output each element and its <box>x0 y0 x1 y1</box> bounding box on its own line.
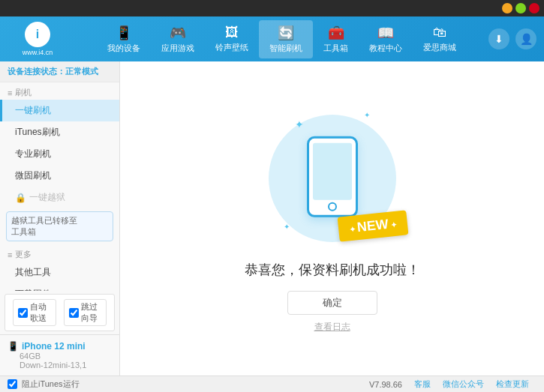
header: i www.i4.cn 📱 我的设备 🎮 应用游戏 🖼 铃声壁纸 🔄 智能刷机 … <box>0 16 544 61</box>
sidebar-item-pro-flash[interactable]: 专业刷机 <box>0 143 119 165</box>
sidebar-item-micro-flash[interactable]: 微固刷机 <box>0 165 119 187</box>
confirm-button[interactable]: 确定 <box>287 291 377 315</box>
nav-shop-label: 爱思商城 <box>423 42 456 53</box>
shop-icon: 🛍 <box>433 25 446 40</box>
logo-icon: i <box>25 22 50 47</box>
update-link[interactable]: 检查更新 <box>496 379 529 390</box>
device-name: 📱 iPhone 12 mini <box>8 341 112 352</box>
section-more: ≡ 更多 <box>0 244 119 262</box>
minimize-button[interactable] <box>502 3 512 13</box>
more-section-icon: ≡ <box>8 250 12 259</box>
device-storage: 64GB <box>8 352 112 361</box>
sparkle-bottom-left: ✦ <box>284 223 290 231</box>
sparkle-top-left: ✦ <box>295 118 304 130</box>
logo-area[interactable]: i www.i4.cn <box>8 22 68 56</box>
wechat-link[interactable]: 微信公众号 <box>443 379 484 390</box>
jailbreak-label: 一键越狱 <box>29 191 65 204</box>
skip-wizard-input[interactable] <box>69 308 79 318</box>
device-version: Down-12mini-13,1 <box>8 361 112 370</box>
nav-smart-flash[interactable]: 🔄 智能刷机 <box>259 20 313 58</box>
nav-toolbox[interactable]: 🧰 工具箱 <box>313 20 359 58</box>
nav-app-game-label: 应用游戏 <box>161 43 194 54</box>
block-itunes-checkbox[interactable] <box>8 379 17 389</box>
nav-bar: 📱 我的设备 🎮 应用游戏 🖼 铃声壁纸 🔄 智能刷机 🧰 工具箱 📖 教程中心… <box>75 20 488 58</box>
sidebar-item-jailbreak: 🔒 一键越狱 <box>0 187 119 208</box>
nav-shop[interactable]: 🛍 爱思商城 <box>413 20 467 58</box>
sidebar-item-other-tools[interactable]: 其他工具 <box>0 262 119 283</box>
device-name-text: iPhone 12 mini <box>22 341 86 352</box>
phone-screen <box>313 143 352 200</box>
header-right-buttons: ⬇ 👤 <box>488 28 536 49</box>
logo-url: www.i4.cn <box>23 49 53 56</box>
lock-icon: 🔒 <box>15 193 26 203</box>
statusbar-center: V7.98.66 客服 微信公众号 检查更新 <box>128 379 536 390</box>
auto-deliver-input[interactable] <box>18 308 28 318</box>
close-button[interactable] <box>529 3 539 13</box>
nav-tutorial[interactable]: 📖 教程中心 <box>359 20 413 58</box>
more-section-label: 更多 <box>15 249 32 260</box>
title-bar <box>0 0 544 16</box>
version-text: V7.98.66 <box>369 380 402 389</box>
nav-my-device[interactable]: 📱 我的设备 <box>97 20 151 58</box>
review-log-link[interactable]: 查看日志 <box>314 321 350 334</box>
main-content: ✦ ✦ ✦ ✦ NEW ✦ 恭喜您，保资料刷机成功啦！ 确定 查看日志 <box>120 61 544 376</box>
nav-app-game[interactable]: 🎮 应用游戏 <box>151 20 205 58</box>
skip-wizard-label: 跳过向导 <box>81 301 102 324</box>
tutorial-icon: 📖 <box>377 25 394 41</box>
maximize-button[interactable] <box>515 3 526 13</box>
download-firmware-label: 下载固件 <box>15 288 51 291</box>
nav-tutorial-label: 教程中心 <box>369 43 402 54</box>
phone-shape <box>307 136 358 217</box>
sidebar: 设备连接状态：正常模式 ≡ 刷机 一键刷机 iTunes刷机 专业刷机 微固刷机 <box>0 61 120 376</box>
itunes-flash-label: iTunes刷机 <box>15 126 60 139</box>
nav-smart-flash-label: 智能刷机 <box>269 43 302 54</box>
download-button[interactable]: ⬇ <box>488 28 509 49</box>
checkbox-area: 自动歌送 跳过向导 <box>5 294 115 331</box>
phone-home-button <box>328 202 337 211</box>
my-device-icon: 📱 <box>116 25 132 41</box>
smart-flash-icon: 🔄 <box>278 25 294 41</box>
pro-flash-label: 专业刷机 <box>15 148 51 160</box>
auto-deliver-checkbox[interactable]: 自动歌送 <box>13 299 56 326</box>
status-bar: 阻止iTunes运行 V7.98.66 客服 微信公众号 检查更新 <box>0 376 544 392</box>
flash-section-label: 刷机 <box>15 87 32 98</box>
jailbreak-notice: 越狱工具已转移至工具箱 <box>6 211 113 241</box>
phone-container <box>307 136 358 217</box>
success-message: 恭喜您，保资料刷机成功啦！ <box>245 261 420 279</box>
device-info: 📱 iPhone 12 mini 64GB Down-12mini-13,1 <box>0 334 119 376</box>
sparkle-top-right: ✦ <box>364 111 370 119</box>
skip-wizard-checkbox[interactable]: 跳过向导 <box>64 299 107 326</box>
ringtone-icon: 🖼 <box>225 25 239 40</box>
sidebar-item-itunes-flash[interactable]: iTunes刷机 <box>0 121 119 143</box>
nav-toolbox-label: 工具箱 <box>323 43 348 54</box>
user-button[interactable]: 👤 <box>515 28 536 49</box>
device-status: 设备连接状态：正常模式 <box>0 61 119 82</box>
device-phone-icon: 📱 <box>8 341 19 352</box>
main-area: 设备连接状态：正常模式 ≡ 刷机 一键刷机 iTunes刷机 专业刷机 微固刷机 <box>0 61 544 376</box>
section-flash: ≡ 刷机 <box>0 82 119 100</box>
onekey-flash-label: 一键刷机 <box>15 104 51 117</box>
success-illustration: ✦ ✦ ✦ ✦ NEW ✦ <box>250 103 415 253</box>
toolbox-icon: 🧰 <box>328 25 344 41</box>
auto-deliver-label: 自动歌送 <box>30 301 51 324</box>
jailbreak-notice-text: 越狱工具已转移至工具箱 <box>11 216 77 236</box>
sidebar-item-download-firmware[interactable]: 下载固件 <box>0 283 119 291</box>
micro-flash-label: 微固刷机 <box>15 169 51 182</box>
service-link[interactable]: 客服 <box>414 379 431 390</box>
block-itunes-label: 阻止iTunes运行 <box>22 379 80 390</box>
sidebar-item-onekey-flash[interactable]: 一键刷机 <box>0 100 119 121</box>
device-status-label: 设备连接状态： <box>8 67 65 76</box>
device-status-value: 正常模式 <box>65 67 98 76</box>
nav-ringtone-label: 铃声壁纸 <box>215 42 248 53</box>
nav-my-device-label: 我的设备 <box>107 43 140 54</box>
app-game-icon: 🎮 <box>170 25 186 41</box>
nav-ringtone[interactable]: 🖼 铃声壁纸 <box>205 20 259 58</box>
other-tools-label: 其他工具 <box>15 266 51 279</box>
flash-section-icon: ≡ <box>8 88 12 97</box>
statusbar-left: 阻止iTunes运行 <box>8 379 128 390</box>
